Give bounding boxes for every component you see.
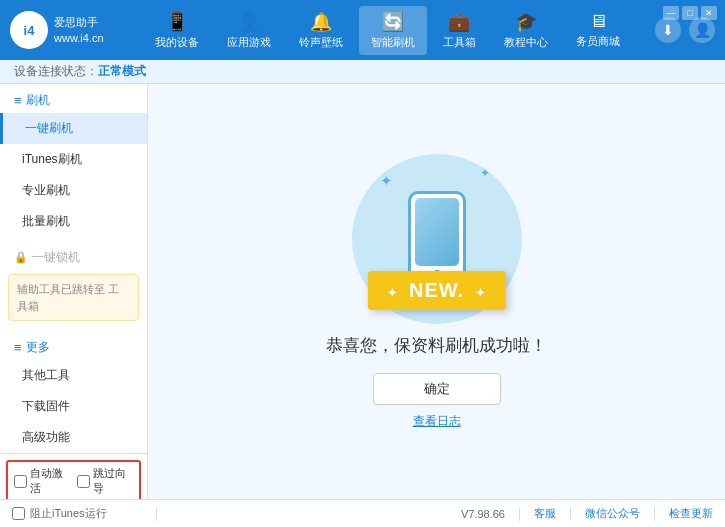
status-value: 正常模式 <box>98 63 146 80</box>
checkbox-row: 自动激活 跳过向导 <box>6 460 141 499</box>
sidebar-item-advanced[interactable]: 高级功能 <box>0 422 147 453</box>
version-label: V7.98.66 <box>461 508 505 520</box>
sidebar-item-onekey[interactable]: 一键刷机 <box>0 113 147 144</box>
service-icon: 🖥 <box>589 11 607 32</box>
itunes-checkbox[interactable] <box>12 507 25 520</box>
nav-tabs: 📱 我的设备 👤 应用游戏 🔔 铃声壁纸 🔄 智能刷机 💼 工具箱 🎓 教程中心 <box>120 6 655 55</box>
sidebar: ≡ 刷机 一键刷机 iTunes刷机 专业刷机 批量刷机 🔒 一键锁机 <box>0 84 148 499</box>
maximize-btn[interactable]: □ <box>682 6 698 20</box>
my-device-icon: 📱 <box>166 11 188 33</box>
footer-right: V7.98.66 客服 微信公众号 检查更新 <box>461 506 713 521</box>
tutorial-icon: 🎓 <box>515 11 537 33</box>
minimize-btn[interactable]: — <box>663 6 679 20</box>
sidebar-item-download-firmware[interactable]: 下载固件 <box>0 391 147 422</box>
footer-divider-3 <box>570 507 571 521</box>
success-text: 恭喜您，保资料刷机成功啦！ <box>326 334 547 357</box>
more-section-icon: ≡ <box>14 340 22 355</box>
phone-bubble: ✦ ✦ ✦ ✦ NEW. ✦ <box>352 154 522 324</box>
close-btn[interactable]: ✕ <box>701 6 717 20</box>
new-badge-right-star: ✦ <box>475 286 486 300</box>
auto-activate-label[interactable]: 自动激活 <box>14 466 71 496</box>
sidebar-item-other-tools[interactable]: 其他工具 <box>0 360 147 391</box>
logo-circle: i4 <box>10 11 48 49</box>
sidebar-section-header-flash: ≡ 刷机 <box>0 84 147 113</box>
sidebar-section-flash: ≡ 刷机 一键刷机 iTunes刷机 专业刷机 批量刷机 <box>0 84 147 237</box>
new-badge-left-star: ✦ <box>387 286 398 300</box>
footer-divider-2 <box>519 507 520 521</box>
footer-link-wechat[interactable]: 微信公众号 <box>585 506 640 521</box>
sidebar-section-header-more: ≡ 更多 <box>0 331 147 360</box>
flash-section-icon: ≡ <box>14 93 22 108</box>
auto-activate-checkbox[interactable] <box>14 475 27 488</box>
lock-icon: 🔒 <box>14 251 28 264</box>
sparkle-icon-1: ✦ <box>380 172 393 190</box>
window-controls: — □ ✕ <box>663 6 717 20</box>
log-link[interactable]: 查看日志 <box>413 413 461 430</box>
footer-link-update[interactable]: 检查更新 <box>669 506 713 521</box>
phone-screen <box>415 198 459 266</box>
footer-link-support[interactable]: 客服 <box>534 506 556 521</box>
tab-tutorial[interactable]: 🎓 教程中心 <box>492 6 560 55</box>
tab-smart-flash[interactable]: 🔄 智能刷机 <box>359 6 427 55</box>
logo-text: 爱思助手 www.i4.cn <box>54 14 104 47</box>
device-area: 自动激活 跳过向导 📱 iPhone 15 Pro Max 512GB iPho… <box>0 453 147 499</box>
footer-divider-4 <box>654 507 655 521</box>
logo-area: i4 爱思助手 www.i4.cn <box>10 11 104 49</box>
download-icon-btn[interactable]: ⬇ <box>655 17 681 43</box>
ringtone-icon: 🔔 <box>310 11 332 33</box>
footer-bar: 阻止iTunes运行 V7.98.66 客服 微信公众号 检查更新 <box>0 499 725 527</box>
itunes-label: 阻止iTunes运行 <box>30 506 107 521</box>
apps-games-icon: 👤 <box>238 11 260 33</box>
toolbox-icon: 💼 <box>448 11 470 33</box>
sidebar-item-pro[interactable]: 专业刷机 <box>0 175 147 206</box>
user-icon-btn[interactable]: 👤 <box>689 17 715 43</box>
sidebar-item-batch[interactable]: 批量刷机 <box>0 206 147 237</box>
sparkle-icon-2: ✦ <box>480 166 490 180</box>
smart-flash-icon: 🔄 <box>382 11 404 33</box>
logo-abbr: i4 <box>24 23 35 38</box>
sidebar-section-more: ≡ 更多 其他工具 下载固件 高级功能 <box>0 331 147 453</box>
sidebar-notice-box: 辅助工具已跳转至 工具箱 <box>8 274 139 321</box>
status-prefix: 设备连接状态： <box>14 63 98 80</box>
skip-guide-checkbox[interactable] <box>77 475 90 488</box>
tab-service[interactable]: 🖥 务员商城 <box>564 6 632 55</box>
sidebar-item-itunes[interactable]: iTunes刷机 <box>0 144 147 175</box>
tab-toolbox[interactable]: 💼 工具箱 <box>431 6 488 55</box>
tab-ringtone[interactable]: 🔔 铃声壁纸 <box>287 6 355 55</box>
confirm-button[interactable]: 确定 <box>373 373 501 405</box>
success-illustration: ✦ ✦ ✦ ✦ NEW. ✦ 恭喜您，保资料刷机成功啦！ 确定 <box>326 154 547 430</box>
tab-apps-games[interactable]: 👤 应用游戏 <box>215 6 283 55</box>
tab-my-device[interactable]: 📱 我的设备 <box>143 6 211 55</box>
status-bar: 设备连接状态： 正常模式 <box>0 60 725 84</box>
content-area: ✦ ✦ ✦ ✦ NEW. ✦ 恭喜您，保资料刷机成功啦！ 确定 <box>148 84 725 499</box>
skip-guide-label[interactable]: 跳过向导 <box>77 466 134 496</box>
sidebar-section-lock: 🔒 一键锁机 辅助工具已跳转至 工具箱 <box>0 241 147 327</box>
header-right-controls: ⬇ 👤 <box>655 17 715 43</box>
new-badge-text: NEW. <box>409 279 464 301</box>
footer-divider-1 <box>156 507 157 521</box>
new-badge: ✦ NEW. ✦ <box>367 271 505 310</box>
itunes-bar: 阻止iTunes运行 <box>12 506 148 521</box>
sidebar-section-header-lock: 🔒 一键锁机 <box>0 241 147 270</box>
